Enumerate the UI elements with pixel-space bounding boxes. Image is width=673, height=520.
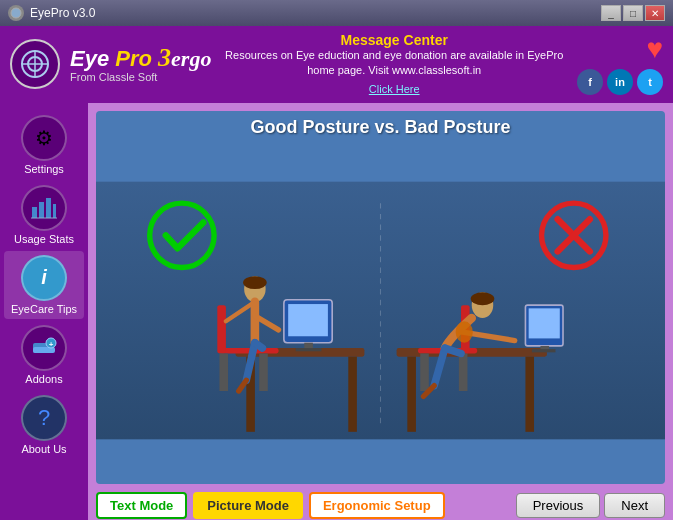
heart-icon: ♥ (646, 33, 663, 65)
svg-rect-48 (420, 353, 429, 391)
sidebar-item-addons[interactable]: + Addons (4, 321, 84, 389)
svg-point-33 (243, 276, 267, 289)
svg-rect-24 (217, 305, 226, 353)
sidebar-item-eyecare[interactable]: i EyeCare Tips (4, 251, 84, 319)
svg-rect-20 (288, 304, 328, 336)
svg-point-0 (11, 8, 21, 18)
title-bar: EyePro v3.0 _ □ ✕ (0, 0, 673, 26)
svg-rect-22 (296, 348, 322, 351)
controls-bar: Text Mode Picture Mode Ergonomic Setup P… (96, 492, 665, 519)
logo-main: Eye Pro 3ergo (70, 45, 211, 71)
maximize-button[interactable]: □ (623, 5, 643, 21)
message-link[interactable]: Click Here (369, 83, 420, 95)
linkedin-button[interactable]: in (607, 69, 633, 95)
logo-ergo: ergo (171, 46, 211, 71)
eyecare-icon: i (21, 255, 67, 301)
svg-rect-26 (259, 353, 268, 391)
picture-mode-button[interactable]: Picture Mode (193, 492, 303, 519)
svg-rect-41 (407, 356, 416, 431)
logo-3: 3 (158, 43, 171, 72)
usage-stats-icon (21, 185, 67, 231)
svg-rect-6 (39, 202, 44, 218)
logo-eye: Eye (70, 46, 115, 71)
previous-button[interactable]: Previous (516, 493, 601, 518)
nav-buttons: Previous Next (516, 493, 665, 518)
sidebar: ⚙ Settings Usage Stats i EyeCare Tips (0, 103, 88, 520)
content-area: Good Posture vs. Bad Posture (88, 103, 673, 520)
message-text: Resources on Eye eduction and eye donati… (221, 48, 567, 79)
social-icons: f in t (577, 69, 663, 95)
svg-rect-5 (32, 207, 37, 218)
svg-rect-25 (219, 353, 228, 391)
text-mode-button[interactable]: Text Mode (96, 492, 187, 519)
sidebar-label-addons: Addons (25, 373, 62, 385)
title-bar-title: EyePro v3.0 (30, 6, 95, 20)
main-area: ⚙ Settings Usage Stats i EyeCare Tips (0, 103, 673, 520)
about-icon: ? (21, 395, 67, 441)
posture-illustration (96, 142, 665, 479)
message-title: Message Center (221, 32, 567, 48)
svg-rect-17 (348, 356, 357, 431)
sidebar-label-eyecare: EyeCare Tips (11, 303, 77, 315)
sidebar-item-settings[interactable]: ⚙ Settings (4, 111, 84, 179)
posture-image-area: Good Posture vs. Bad Posture (96, 111, 665, 484)
facebook-button[interactable]: f (577, 69, 603, 95)
sidebar-label-usage: Usage Stats (14, 233, 74, 245)
settings-icon: ⚙ (21, 115, 67, 161)
posture-title: Good Posture vs. Bad Posture (96, 111, 665, 142)
window-controls: _ □ ✕ (601, 5, 665, 21)
svg-rect-40 (525, 356, 534, 431)
ergonomic-setup-button[interactable]: Ergonomic Setup (309, 492, 445, 519)
svg-rect-7 (46, 198, 51, 218)
sidebar-label-about: About Us (21, 443, 66, 455)
svg-point-55 (471, 292, 495, 305)
title-bar-left: EyePro v3.0 (8, 5, 95, 21)
addons-icon: + (21, 325, 67, 371)
message-center: Message Center Resources on Eye eduction… (221, 32, 567, 97)
sidebar-label-settings: Settings (24, 163, 64, 175)
svg-rect-43 (529, 308, 560, 338)
header: Eye Pro 3ergo From Classle Soft Message … (0, 26, 673, 103)
svg-rect-45 (532, 349, 556, 352)
svg-rect-8 (53, 204, 56, 218)
sidebar-item-about[interactable]: ? About Us (4, 391, 84, 459)
next-button[interactable]: Next (604, 493, 665, 518)
close-button[interactable]: ✕ (645, 5, 665, 21)
svg-point-56 (456, 321, 473, 342)
logo-sub: From Classle Soft (70, 71, 211, 83)
twitter-button[interactable]: t (637, 69, 663, 95)
svg-line-53 (445, 348, 461, 353)
svg-rect-49 (459, 353, 468, 391)
header-right: ♥ f in t (577, 33, 663, 95)
svg-line-31 (255, 342, 263, 347)
sidebar-item-usage-stats[interactable]: Usage Stats (4, 181, 84, 249)
logo-icon (10, 39, 60, 89)
logo-pro: Pro (115, 46, 158, 71)
minimize-button[interactable]: _ (601, 5, 621, 21)
app-icon (8, 5, 24, 21)
logo-text: Eye Pro 3ergo From Classle Soft (70, 45, 211, 83)
svg-text:+: + (49, 340, 54, 349)
